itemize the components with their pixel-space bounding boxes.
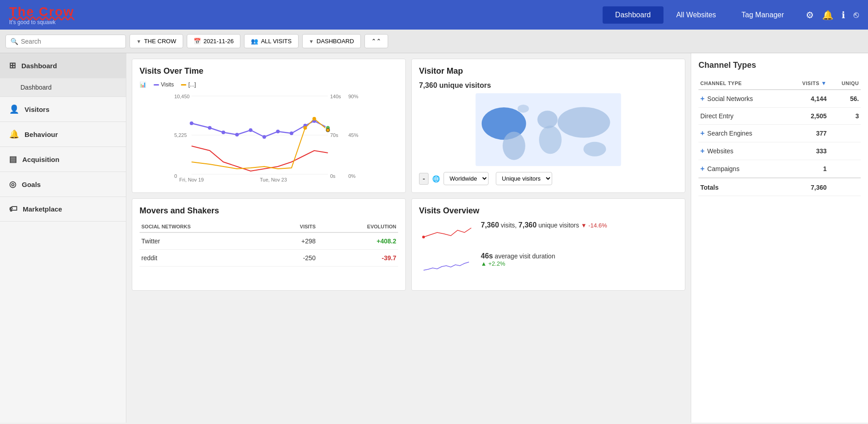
search-input[interactable] [21, 38, 121, 45]
layers-icon: ▤ [9, 154, 17, 164]
totals-unique [828, 178, 861, 196]
sidebar-item-dashboard[interactable]: ⊞ Dashboard [0, 53, 126, 78]
col-unique: UNIQU [828, 77, 861, 90]
svg-point-17 [263, 135, 266, 139]
channel-visits: 377 [785, 125, 828, 142]
sidebar-item-behaviour-label: Behaviour [25, 131, 58, 138]
svg-text:90%: 90% [349, 94, 359, 99]
nav-link-all-websites[interactable]: All Websites [663, 6, 729, 24]
segment-selector-button[interactable]: 👥 ALL VISITS [244, 34, 298, 48]
unique-visitors-count: 7,360 unique visitors [419, 81, 491, 89]
site-label: THE CROW [144, 38, 176, 45]
movers-table-row: reddit -250 -39.7 [140, 250, 398, 267]
zoom-out-button[interactable]: - [419, 173, 429, 185]
sidebar-sub-item-dashboard[interactable]: Dashboard [0, 78, 126, 97]
view-selector-button[interactable]: ▼ DASHBOARD [302, 34, 361, 48]
goals-icon: ◎ [9, 179, 16, 189]
duration-value: 46s [481, 252, 493, 260]
chart-container: 10,450 5,225 0 140s 70s 0s 90% 45% 0% [140, 91, 398, 182]
svg-point-12 [190, 121, 194, 125]
region-selector[interactable]: Worldwide [444, 172, 489, 185]
overview-visits-text: 7,360 visits, 7,360 unique visitors ▼ -1… [481, 221, 607, 229]
movers-table: SOCIAL NETWORKS VISITS EVOLUTION Twitter… [140, 221, 398, 267]
visits-over-time-panel: Visits Over Time 📊 Visits [...] 10,450 5… [132, 59, 406, 193]
channel-visits: 2,505 [785, 108, 828, 125]
date-selector-button[interactable]: 📅 2021-11-26 [187, 34, 241, 48]
mover-evolution: -39.7 [318, 250, 398, 267]
svg-point-25 [326, 128, 330, 132]
content-area: Visits Over Time 📊 Visits [...] 10,450 5… [126, 53, 691, 423]
metric-selector[interactable]: Unique visitors [496, 172, 552, 185]
grid-icon: ⊞ [9, 61, 16, 71]
sidebar-sub-dashboard-label: Dashboard [20, 84, 52, 91]
nav-links: Dashboard All Websites Tag Manager [603, 6, 797, 24]
mover-name: Twitter [140, 232, 269, 250]
bell-icon[interactable]: 🔔 [822, 10, 833, 20]
nav-icons: ⚙ 🔔 ℹ ⎋ [806, 10, 859, 20]
svg-text:140s: 140s [330, 94, 341, 99]
other-legend-dot [181, 84, 186, 86]
top-nav: The Crow It's good to squawk Dashboard A… [0, 0, 868, 30]
sidebar-item-acquisition[interactable]: ▤ Acquisition [0, 147, 126, 172]
info-icon[interactable]: ℹ [842, 10, 845, 20]
person-icon: 👤 [9, 104, 19, 114]
gear-icon[interactable]: ⚙ [806, 10, 814, 20]
segment-label: ALL VISITS [261, 38, 291, 45]
channel-unique: 56. [828, 90, 861, 108]
col-social-networks: SOCIAL NETWORKS [140, 221, 269, 232]
chart-icon: 📊 [140, 81, 146, 88]
expand-icon[interactable]: + [700, 165, 704, 173]
calendar-icon: 📅 [194, 38, 201, 45]
legend-visits: Visits [154, 81, 174, 88]
svg-point-23 [304, 126, 307, 130]
movers-shakers-panel: Movers and Shakers SOCIAL NETWORKS VISIT… [132, 198, 406, 291]
visits-over-time-title: Visits Over Time [140, 66, 398, 76]
channel-unique: 3 [828, 108, 861, 125]
sidebar-item-visitors[interactable]: 👤 Visitors [0, 97, 126, 122]
svg-text:10,450: 10,450 [175, 94, 190, 99]
visits-count-1: 7,360 [481, 221, 499, 229]
sidebar-item-marketplace[interactable]: 🏷 Marketplace [0, 197, 126, 222]
svg-point-18 [276, 130, 280, 133]
expand-icon[interactable]: + [700, 95, 704, 103]
sidebar-item-visitors-label: Visitors [25, 106, 50, 113]
tag-icon: 🏷 [9, 204, 17, 214]
mover-visits: -250 [269, 250, 317, 267]
sort-arrow-icon[interactable]: ▼ [821, 80, 827, 86]
svg-point-15 [235, 133, 239, 136]
chart-legend: 📊 Visits [...] [140, 81, 398, 88]
visits-overview-title: Visits Overview [419, 206, 678, 216]
expand-icon[interactable]: + [700, 129, 704, 137]
nav-link-tag-manager[interactable]: Tag Manager [729, 6, 797, 24]
site-selector-button[interactable]: ▼ THE CROW [130, 34, 183, 48]
svg-point-31 [538, 111, 558, 128]
visits-chart-svg: 10,450 5,225 0 140s 70s 0s 90% 45% 0% [140, 91, 398, 182]
other-legend-label: [...] [188, 81, 196, 88]
totals-visits: 7,360 [785, 178, 828, 196]
nav-link-dashboard[interactable]: Dashboard [603, 6, 663, 24]
channel-name: Direct Entry [700, 112, 733, 120]
svg-point-16 [249, 128, 253, 132]
col-visits: VISITS ▼ [785, 77, 828, 90]
svg-text:45%: 45% [349, 132, 359, 138]
movers-shakers-title: Movers and Shakers [140, 206, 398, 216]
channel-types-panel: Channel Types CHANNEL TYPE VISITS ▼ UNIQ… [691, 53, 868, 423]
logout-icon[interactable]: ⎋ [853, 10, 859, 20]
overview-duration-text: 46s average visit duration ▲ +2.2% [481, 252, 555, 267]
svg-point-35 [518, 105, 529, 113]
sidebar-item-behaviour[interactable]: 🔔 Behaviour [0, 122, 126, 147]
col-channel-type: CHANNEL TYPE [698, 77, 785, 90]
site-arrow-icon: ▼ [136, 39, 141, 44]
legend-other: [...] [181, 81, 196, 88]
toolbar: 🔍 ▼ THE CROW 📅 2021-11-26 👥 ALL VISITS ▼… [0, 30, 868, 53]
collapse-button[interactable]: ⌃⌃ [364, 34, 388, 48]
search-box[interactable]: 🔍 [5, 35, 126, 48]
svg-point-33 [558, 107, 610, 138]
sidebar-item-goals[interactable]: ◎ Goals [0, 172, 126, 197]
expand-icon[interactable]: + [700, 147, 704, 155]
channel-table-row: + Websites 333 [698, 142, 861, 160]
svg-text:5,225: 5,225 [175, 132, 187, 138]
overview-visits-stat: 7,360 visits, 7,360 unique visitors ▼ -1… [481, 221, 607, 229]
svg-point-24 [313, 117, 316, 121]
view-label: DASHBOARD [317, 38, 354, 45]
